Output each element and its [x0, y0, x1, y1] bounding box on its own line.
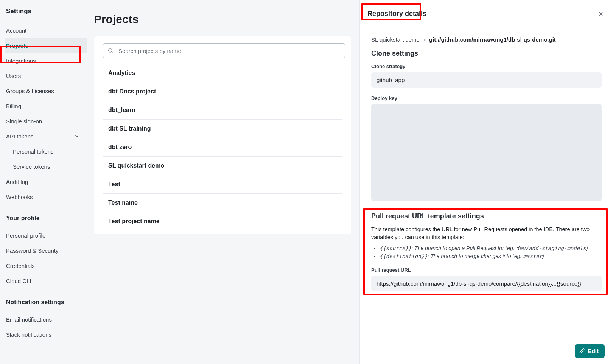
pr-template-description: This template configures the URL for new…	[371, 226, 602, 241]
panel-footer: Edit	[360, 338, 613, 364]
sidebar-item-password-security[interactable]: Password & Security	[6, 243, 87, 258]
project-row[interactable]: dbt_learn	[103, 101, 342, 119]
sidebar-item-account[interactable]: Account	[6, 23, 87, 38]
deploy-key-value	[371, 104, 602, 201]
clone-settings-heading: Clone settings	[371, 50, 602, 58]
project-row[interactable]: Test	[103, 175, 342, 193]
sidebar-item-service-tokens[interactable]: Service tokens	[6, 159, 87, 174]
project-row[interactable]: dbt SL training	[103, 119, 342, 138]
sidebar-item-personal-profile[interactable]: Personal profile	[6, 228, 87, 243]
sidebar-item-groups-licenses[interactable]: Groups & Licenses	[6, 83, 87, 98]
project-row[interactable]: SL quickstart demo	[103, 156, 342, 175]
panel-body: SL quickstart demo › git://github.com/mi…	[360, 28, 613, 338]
project-row[interactable]: Test name	[103, 193, 342, 212]
pr-template-heading: Pull request URL template settings	[371, 212, 602, 220]
sidebar-item-integrations[interactable]: Integrations	[6, 53, 87, 68]
breadcrumb-current: git://github.com/mirnawong1/db-sl-qs-dem…	[429, 36, 556, 43]
edit-button[interactable]: Edit	[575, 344, 605, 358]
search-input[interactable]	[103, 43, 345, 58]
project-row[interactable]: Analytics	[103, 64, 342, 82]
svg-line-1	[112, 52, 113, 53]
sidebar-item-credentials[interactable]: Credentials	[6, 258, 87, 273]
projects-card: Analytics dbt Docs project dbt_learn dbt…	[94, 36, 351, 234]
panel-title: Repository details	[367, 10, 426, 18]
sidebar-item-billing[interactable]: Billing	[6, 98, 87, 114]
pr-url-value: https://github.com/mirnawong1/db-sl-qs-d…	[371, 276, 602, 291]
sidebar-heading-settings: Settings	[6, 8, 87, 15]
sidebar-item-sso[interactable]: Single sign-on	[6, 114, 87, 129]
close-icon[interactable]	[598, 11, 604, 17]
project-row[interactable]: dbt zero	[103, 138, 342, 156]
projects-list: Analytics dbt Docs project dbt_learn dbt…	[103, 64, 342, 230]
sidebar-item-webhooks[interactable]: Webhooks	[6, 189, 87, 204]
sidebar-item-users[interactable]: Users	[6, 68, 87, 83]
svg-point-0	[109, 49, 112, 52]
search-wrap	[103, 43, 342, 58]
repository-details-panel: Repository details SL quickstart demo › …	[359, 0, 613, 364]
sidebar-item-api-tokens[interactable]: API tokens	[6, 129, 87, 144]
sidebar-heading-profile: Your profile	[6, 215, 87, 222]
search-icon	[107, 48, 114, 54]
sidebar: Settings Account Projects Integrations U…	[0, 0, 87, 364]
main-content: Projects Analytics dbt Docs project dbt_…	[94, 0, 351, 234]
pr-var-destination: {{destination}}: The branch to merge cha…	[380, 252, 602, 260]
sidebar-item-projects[interactable]: Projects	[5, 38, 87, 53]
pr-template-variables: {{source}}: The branch to open a Pull Re…	[371, 244, 602, 260]
clone-strategy-value: github_app	[371, 72, 602, 88]
project-row[interactable]: dbt Docs project	[103, 82, 342, 101]
pr-url-label: Pull request URL	[371, 267, 602, 273]
deploy-key-label: Deploy key	[371, 95, 602, 101]
pr-var-source: {{source}}: The branch to open a Pull Re…	[380, 244, 602, 252]
sidebar-item-personal-tokens[interactable]: Personal tokens	[6, 144, 87, 159]
sidebar-item-cloud-cli[interactable]: Cloud CLI	[6, 273, 87, 288]
breadcrumb-home[interactable]: SL quickstart demo	[371, 36, 420, 43]
page-title: Projects	[94, 13, 351, 26]
breadcrumb: SL quickstart demo › git://github.com/mi…	[371, 36, 602, 43]
sidebar-item-slack-notifications[interactable]: Slack notifications	[6, 327, 87, 342]
sidebar-heading-notifications: Notification settings	[6, 299, 87, 306]
clone-strategy-label: Clone strategy	[371, 64, 602, 69]
panel-header: Repository details	[360, 0, 613, 28]
breadcrumb-separator: ›	[423, 36, 425, 43]
sidebar-item-email-notifications[interactable]: Email notifications	[6, 312, 87, 327]
project-row[interactable]: Test project name	[103, 212, 342, 230]
pencil-icon	[579, 348, 585, 354]
sidebar-item-audit-log[interactable]: Audit log	[6, 174, 87, 189]
chevron-down-icon	[74, 134, 79, 139]
